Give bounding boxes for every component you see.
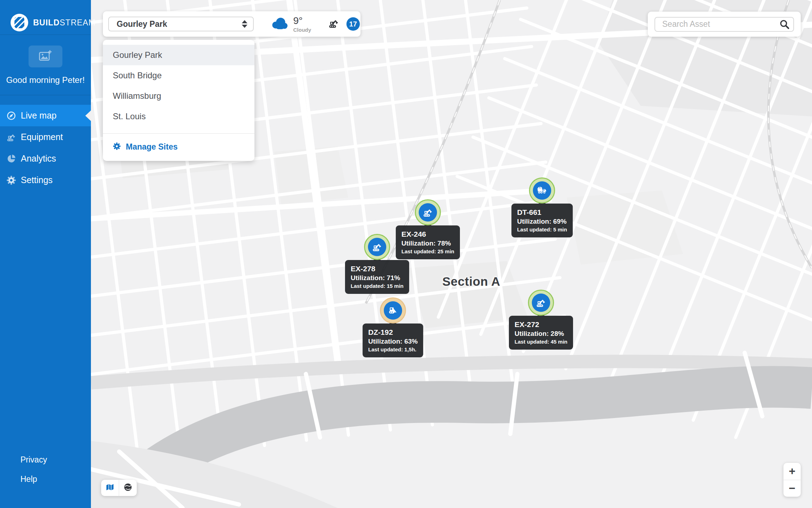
search-card xyxy=(648,12,801,37)
brand-name-bold: BUILD xyxy=(33,18,60,27)
zoom-in-button[interactable]: + xyxy=(783,463,801,480)
asset-id: DT-661 xyxy=(517,207,567,217)
privacy-link[interactable]: Privacy xyxy=(0,450,91,470)
site-option-williamsburg[interactable]: Williamsburg xyxy=(103,86,254,106)
equipment-count-badge[interactable]: 17 xyxy=(346,17,360,31)
site-option-gourley-park[interactable]: Gourley Park xyxy=(103,45,254,65)
asset-id: EX-246 xyxy=(401,229,454,239)
asset-tooltip: EX-272 Utilization: 28% Last updated: 45… xyxy=(509,316,573,350)
site-dropdown-panel: Gourley Park South Bridge Williamsburg S… xyxy=(103,40,254,161)
zoom-out-button[interactable]: − xyxy=(783,480,801,497)
asset-utilization: Utilization: 69% xyxy=(517,217,567,226)
asset-marker-ex-246[interactable] xyxy=(415,199,441,225)
topbar-card: Gourley Park 9° Cloudy 17 xyxy=(103,11,361,37)
asset-last-updated: Last updated: 15 min xyxy=(351,282,404,290)
asset-utilization: Utilization: 78% xyxy=(401,239,454,248)
sidebar-item-label: Live map xyxy=(21,110,56,121)
asset-marker-dz-192[interactable] xyxy=(380,297,406,323)
site-selector[interactable]: Gourley Park xyxy=(108,17,254,31)
asset-marker-ex-272[interactable] xyxy=(528,290,554,316)
sidebar-footer: Privacy Help xyxy=(0,450,91,489)
dump-truck-icon xyxy=(533,181,551,200)
map-section-label: Section A xyxy=(442,274,500,289)
map-type-toggle xyxy=(101,480,137,496)
brand-name: BUILDSTREAM xyxy=(33,18,96,28)
asset-tooltip: EX-246 Utilization: 78% Last updated: 25… xyxy=(396,225,460,259)
app-window: Section A EX-246 Utilization: 78% Last u… xyxy=(0,0,812,508)
sidebar-item-label: Analytics xyxy=(21,153,56,164)
sidebar-item-live-map[interactable]: Live map xyxy=(0,105,91,126)
brand-name-light: STREAM xyxy=(60,18,96,27)
asset-marker-dt-661[interactable] xyxy=(529,177,555,204)
greeting-block: Good morning Peter! xyxy=(0,35,91,95)
cloud-icon xyxy=(270,17,288,31)
sidebar-item-label: Settings xyxy=(21,175,53,185)
active-indicator xyxy=(85,110,91,121)
excavator-icon xyxy=(419,203,437,222)
excavator-icon xyxy=(6,132,17,143)
buildstream-logo-icon xyxy=(11,14,28,31)
compass-icon xyxy=(6,111,17,121)
greeting-text: Good morning Peter! xyxy=(0,75,91,85)
sidebar-item-analytics[interactable]: Analytics xyxy=(0,148,91,169)
dozer-icon xyxy=(384,301,402,320)
map-icon xyxy=(105,483,115,493)
asset-id: DZ-192 xyxy=(368,327,418,337)
search-input[interactable] xyxy=(654,17,794,32)
equipment-count-widget: 17 xyxy=(327,17,360,31)
excavator-icon xyxy=(532,294,550,312)
gear-icon xyxy=(113,142,121,152)
weather-widget: 9° Cloudy xyxy=(270,16,311,32)
help-link[interactable]: Help xyxy=(0,470,91,489)
sidebar-item-label: Equipment xyxy=(21,132,63,142)
asset-last-updated: Last updated: 5 min xyxy=(517,226,567,233)
asset-tooltip: DZ-192 Utilization: 63% Last updated: 1,… xyxy=(363,323,423,357)
manage-sites-button[interactable]: Manage Sites xyxy=(103,134,254,161)
asset-last-updated: Last updated: 45 min xyxy=(515,338,567,345)
divider xyxy=(0,95,91,95)
gear-icon xyxy=(6,175,17,185)
excavator-icon xyxy=(368,238,386,256)
manage-sites-label: Manage Sites xyxy=(126,142,178,152)
map-view-button[interactable] xyxy=(101,480,119,496)
excavator-icon xyxy=(327,17,341,31)
satellite-view-button[interactable] xyxy=(119,480,137,496)
brand: BUILDSTREAM xyxy=(0,0,91,35)
site-option-st-louis[interactable]: St. Louis xyxy=(103,106,254,127)
sidebar: BUILDSTREAM Good morning Peter! Live map xyxy=(0,0,91,508)
asset-marker-ex-278[interactable] xyxy=(364,234,390,260)
asset-tooltip: DT-661 Utilization: 69% Last updated: 5 … xyxy=(511,204,573,237)
pie-chart-icon xyxy=(6,154,17,164)
weather-condition: Cloudy xyxy=(293,27,311,32)
site-selector-value: Gourley Park xyxy=(117,19,167,29)
sidebar-item-equipment[interactable]: Equipment xyxy=(0,126,91,148)
asset-last-updated: Last updated: 25 min xyxy=(401,248,454,255)
site-option-south-bridge[interactable]: South Bridge xyxy=(103,65,254,86)
sidebar-item-settings[interactable]: Settings xyxy=(0,169,91,191)
search-icon[interactable] xyxy=(779,19,790,31)
globe-icon xyxy=(123,483,133,493)
asset-utilization: Utilization: 28% xyxy=(515,329,567,338)
asset-utilization: Utilization: 63% xyxy=(368,337,418,346)
asset-last-updated: Last updated: 1,5h. xyxy=(368,346,418,353)
asset-id: EX-278 xyxy=(351,264,404,273)
select-arrows-icon xyxy=(242,20,247,28)
asset-id: EX-272 xyxy=(515,320,567,329)
asset-tooltip: EX-278 Utilization: 71% Last updated: 15… xyxy=(345,260,409,294)
weather-temperature: 9° xyxy=(293,16,311,26)
add-photo-icon xyxy=(38,49,53,64)
add-photo-button[interactable] xyxy=(29,46,62,67)
sidebar-nav: Live map Equipment Analytics Settings xyxy=(0,105,91,191)
zoom-controls: + − xyxy=(783,463,801,497)
asset-utilization: Utilization: 71% xyxy=(351,273,404,282)
